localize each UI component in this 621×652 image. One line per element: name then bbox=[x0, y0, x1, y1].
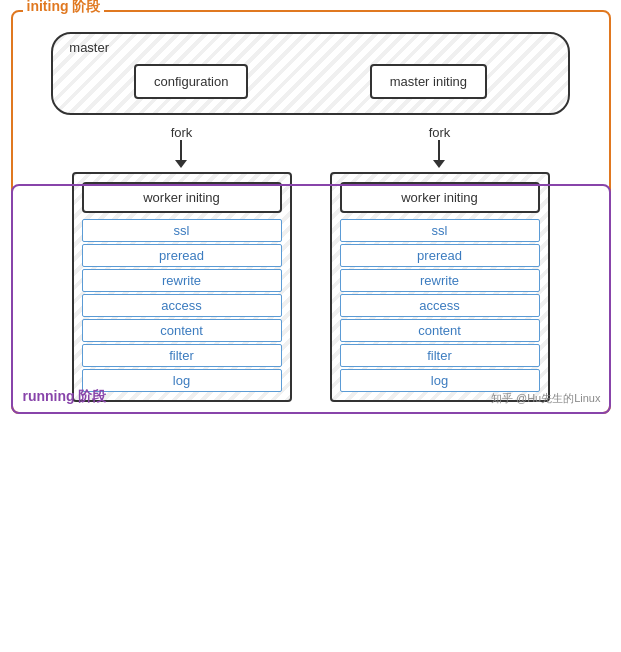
right-arrow-line bbox=[438, 140, 440, 160]
watermark: 知乎 @Hu先生的Linux bbox=[491, 391, 601, 406]
left-arrow-line bbox=[180, 140, 182, 160]
left-fork-label: fork bbox=[171, 125, 193, 140]
right-worker-col: fork worker initing ssl preread rewrite … bbox=[330, 125, 550, 402]
initing-stage-box: initing 阶段 master configuration master i… bbox=[11, 10, 611, 414]
master-label: master bbox=[69, 40, 109, 55]
left-worker-col: fork worker initing ssl preread rewrite … bbox=[72, 125, 292, 402]
left-worker-box: worker initing ssl preread rewrite acces… bbox=[72, 172, 292, 402]
left-phase-content: content bbox=[82, 319, 282, 342]
initing-label: initing 阶段 bbox=[23, 0, 105, 16]
right-phase-content: content bbox=[340, 319, 540, 342]
left-fork-arrow: fork bbox=[171, 125, 193, 168]
left-phase-filter: filter bbox=[82, 344, 282, 367]
fork-row: fork worker initing ssl preread rewrite … bbox=[23, 125, 599, 402]
right-phase-list: ssl preread rewrite access content filte… bbox=[340, 219, 540, 392]
master-box: master configuration master initing bbox=[51, 32, 569, 115]
left-phase-access: access bbox=[82, 294, 282, 317]
right-arrow-head bbox=[433, 160, 445, 168]
right-fork-arrow: fork bbox=[429, 125, 451, 168]
left-phase-rewrite: rewrite bbox=[82, 269, 282, 292]
left-phase-preread: preread bbox=[82, 244, 282, 267]
right-phase-preread: preread bbox=[340, 244, 540, 267]
master-initing-label: master initing bbox=[390, 74, 467, 89]
left-phase-list: ssl preread rewrite access content filte… bbox=[82, 219, 282, 392]
right-worker-box: worker initing ssl preread rewrite acces… bbox=[330, 172, 550, 402]
master-initing-box: master initing bbox=[370, 64, 487, 99]
right-phase-ssl: ssl bbox=[340, 219, 540, 242]
right-phase-filter: filter bbox=[340, 344, 540, 367]
left-arrow-head bbox=[175, 160, 187, 168]
left-phase-ssl: ssl bbox=[82, 219, 282, 242]
right-phase-access: access bbox=[340, 294, 540, 317]
right-fork-label: fork bbox=[429, 125, 451, 140]
configuration-label: configuration bbox=[154, 74, 228, 89]
left-phase-log: log bbox=[82, 369, 282, 392]
configuration-box: configuration bbox=[134, 64, 248, 99]
left-worker-initing: worker initing bbox=[82, 182, 282, 213]
right-worker-initing: worker initing bbox=[340, 182, 540, 213]
right-phase-log: log bbox=[340, 369, 540, 392]
right-phase-rewrite: rewrite bbox=[340, 269, 540, 292]
